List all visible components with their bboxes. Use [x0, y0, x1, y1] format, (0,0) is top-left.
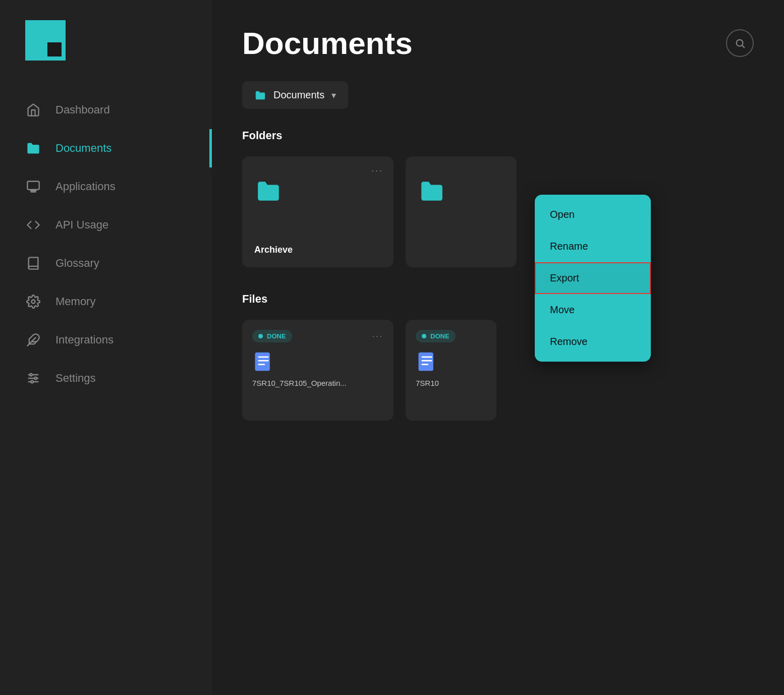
- svg-point-9: [30, 374, 32, 376]
- sidebar-item-label: Applications: [55, 180, 116, 193]
- files-row: DONE ··· 7SR10_7SR105_Operatin...: [242, 320, 754, 421]
- sidebar-item-api-usage[interactable]: API Usage: [0, 206, 212, 244]
- status-label-1: DONE: [430, 332, 450, 340]
- svg-point-11: [31, 381, 33, 383]
- sidebar-item-memory[interactable]: Memory: [0, 282, 212, 321]
- sidebar-item-documents[interactable]: Documents: [0, 129, 212, 167]
- chevron-down-icon: ▾: [331, 90, 336, 101]
- folders-heading: Folders: [242, 129, 754, 142]
- file-name-1: 7SR10: [416, 379, 486, 387]
- page-title: Documents: [242, 25, 413, 61]
- context-menu-move[interactable]: Move: [535, 294, 651, 326]
- sidebar-item-glossary[interactable]: Glossary: [0, 244, 212, 282]
- puzzle-icon: [25, 332, 41, 348]
- svg-rect-15: [419, 353, 433, 371]
- monitor-icon: [25, 179, 41, 195]
- sidebar-item-dashboard[interactable]: Dashboard: [0, 91, 212, 129]
- status-dot-0: [258, 334, 263, 338]
- sidebar-item-label: Settings: [55, 372, 96, 385]
- file-menu-button-0[interactable]: ···: [372, 332, 383, 341]
- folders-row: ··· Archieve: [242, 156, 754, 267]
- svg-rect-1: [30, 190, 36, 191]
- folder-icon: [25, 140, 41, 156]
- book-icon: [25, 255, 41, 271]
- sidebar-item-settings[interactable]: Settings: [0, 359, 212, 397]
- sidebar-item-label: Memory: [55, 295, 95, 308]
- main-header: Documents: [242, 25, 754, 61]
- sidebar-item-label: Integrations: [55, 333, 114, 346]
- sidebar-item-label: API Usage: [55, 218, 108, 231]
- file-card-top-1: DONE: [416, 330, 486, 342]
- file-card-1[interactable]: DONE 7SR10: [406, 320, 496, 421]
- sidebar-item-applications[interactable]: Applications: [0, 167, 212, 206]
- context-menu: Open Rename Export Move Remove: [535, 195, 651, 362]
- file-doc-icon-0: [252, 350, 383, 374]
- search-button[interactable]: [726, 29, 754, 57]
- sidebar-item-label: Dashboard: [55, 103, 110, 117]
- breadcrumb-bar: Documents ▾: [242, 81, 754, 109]
- svg-line-13: [742, 45, 744, 47]
- sidebar: Dashboard Documents Applications: [0, 0, 212, 695]
- file-card-top-0: DONE ···: [252, 330, 383, 342]
- file-card-0[interactable]: DONE ··· 7SR10_7SR105_Operatin...: [242, 320, 394, 421]
- svg-point-10: [34, 377, 37, 380]
- brand-logo: [25, 20, 66, 61]
- status-badge-1: DONE: [416, 330, 456, 342]
- breadcrumb-folder-icon: [254, 90, 266, 101]
- sidebar-nav: Dashboard Documents Applications: [0, 81, 212, 408]
- code-icon: [25, 217, 41, 233]
- context-menu-open[interactable]: Open: [535, 199, 651, 230]
- context-menu-rename[interactable]: Rename: [535, 230, 651, 262]
- sidebar-item-label: Documents: [55, 142, 111, 155]
- main-content: Documents Documents ▾ Folders ···: [212, 0, 784, 695]
- sliders-icon: [25, 370, 41, 386]
- folder-name-archieve: Archieve: [254, 245, 293, 255]
- sidebar-item-integrations[interactable]: Integrations: [0, 321, 212, 359]
- sidebar-item-label: Glossary: [55, 257, 99, 270]
- status-dot-1: [422, 334, 426, 338]
- folder-icon-archieve: [254, 179, 283, 204]
- gear-icon: [25, 294, 41, 310]
- folder-card-archieve[interactable]: ··· Archieve: [242, 156, 394, 267]
- folder-card-traveltr[interactable]: [406, 156, 517, 267]
- file-doc-icon-1: [416, 350, 486, 374]
- svg-rect-14: [255, 353, 270, 371]
- files-heading: Files: [242, 293, 754, 306]
- context-menu-remove[interactable]: Remove: [535, 326, 651, 358]
- svg-point-3: [32, 300, 35, 304]
- svg-rect-0: [27, 182, 39, 190]
- logo-area: [0, 0, 212, 81]
- files-section: Files DONE ··· 7SR10_7SR105_Ope: [242, 293, 754, 421]
- folders-section: Folders ··· Archieve: [242, 129, 754, 267]
- breadcrumb-label: Documents: [273, 89, 324, 101]
- status-label-0: DONE: [267, 332, 286, 340]
- file-name-0: 7SR10_7SR105_Operatin...: [252, 379, 383, 387]
- folder-icon-traveltr: [418, 179, 446, 204]
- breadcrumb-pill[interactable]: Documents ▾: [242, 81, 348, 109]
- folder-menu-button[interactable]: ···: [371, 165, 383, 176]
- home-icon: [25, 102, 41, 118]
- context-menu-export[interactable]: Export: [535, 262, 651, 294]
- status-badge-0: DONE: [252, 330, 292, 342]
